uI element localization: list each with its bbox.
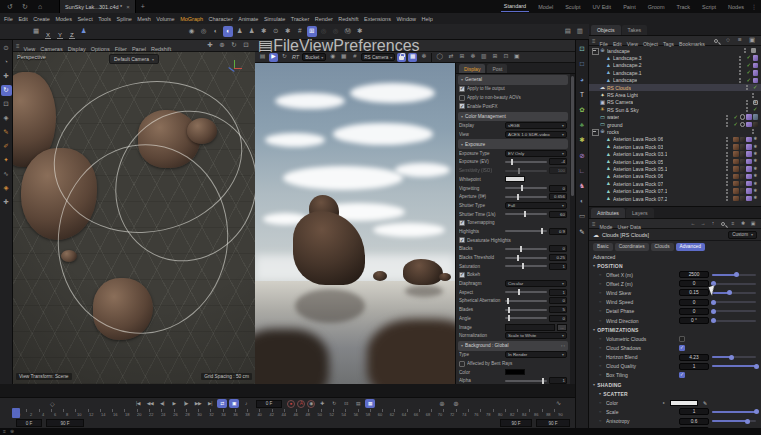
sim-tag-icon[interactable]: ✱ bbox=[753, 196, 759, 202]
phong-tag[interactable] bbox=[746, 181, 752, 187]
enabled-check-icon[interactable]: ✓ bbox=[753, 85, 759, 91]
smoothing-tag[interactable] bbox=[740, 114, 746, 120]
axis-center-tool[interactable]: ✚ bbox=[1, 197, 12, 208]
checkbox-volumetric-clouds[interactable] bbox=[679, 336, 685, 342]
timeline-playhead[interactable] bbox=[12, 408, 20, 418]
object-row-asterion-lava-rock-05[interactable]: ▲Asterion Lava Rock 05✱ bbox=[589, 158, 761, 165]
rigid-body-icon[interactable]: ♟ bbox=[235, 26, 245, 37]
layout-tab-sculpt[interactable]: Sculpt bbox=[562, 2, 583, 12]
goto-prev-key-button[interactable]: ◀◀ bbox=[145, 399, 155, 408]
value-wind-speed[interactable]: 0 bbox=[679, 299, 709, 306]
status-menu-icon[interactable]: ≡ bbox=[3, 429, 6, 434]
vp-pan-icon[interactable]: ✚ bbox=[205, 40, 215, 51]
modeling-axis-icon[interactable]: ♟ bbox=[79, 26, 89, 37]
object-row-asterion-lava-rock-05-1[interactable]: ▲Asterion Lava Rock 05.1✱ bbox=[589, 165, 761, 172]
phong-tag[interactable] bbox=[746, 166, 752, 172]
texture-tag[interactable] bbox=[740, 151, 746, 157]
phong-tag[interactable] bbox=[746, 159, 752, 165]
object-row-landscape[interactable]: ▲Landscape✓ bbox=[589, 77, 761, 84]
om-search-icon[interactable] bbox=[711, 35, 721, 46]
record-rotation-toggle[interactable]: ↻ bbox=[329, 399, 339, 408]
slider-wind-direction[interactable] bbox=[712, 320, 756, 322]
checkbox-bokeh[interactable]: ✓ bbox=[459, 272, 465, 278]
texture-tag[interactable] bbox=[740, 188, 746, 194]
checkbox-tonemapping[interactable]: ✓ bbox=[459, 220, 465, 226]
ap-search-icon[interactable] bbox=[719, 220, 727, 228]
visibility-dots[interactable] bbox=[746, 107, 749, 112]
restart-render-icon[interactable]: ↻ bbox=[280, 53, 289, 62]
vp-orbit-icon[interactable]: ↻ bbox=[229, 40, 239, 51]
magnet-tool[interactable]: ◈ bbox=[1, 183, 12, 194]
settings-tab-post[interactable]: Post bbox=[487, 64, 507, 73]
checkbox-apply-to-file-output[interactable]: ✓ bbox=[459, 86, 465, 92]
phong-tag[interactable] bbox=[746, 174, 752, 180]
value-blades[interactable]: 5 bbox=[549, 306, 567, 313]
freeze-icon[interactable]: ✻ bbox=[419, 53, 428, 62]
menu-select[interactable]: Select bbox=[77, 16, 92, 22]
slider-exposure-ev[interactable] bbox=[505, 161, 547, 163]
range-end-field[interactable]: 90 F bbox=[536, 419, 570, 427]
object-row-asterion-lava-rock-06[interactable]: ▲Asterion Lava Rock 06✱ bbox=[589, 173, 761, 180]
start-ipr-button[interactable]: ▶ bbox=[269, 53, 278, 62]
save-image-icon[interactable]: ⊡ bbox=[501, 53, 510, 62]
dropdown-normalization[interactable]: Scale to White▾ bbox=[505, 332, 567, 339]
record-pla-toggle[interactable]: ▦ bbox=[365, 399, 375, 408]
value-aspect[interactable]: 1 bbox=[549, 289, 567, 296]
dropdown-view[interactable]: ACES 1.0 SDR-video▾ bbox=[505, 131, 567, 138]
viewport-menu-view[interactable]: View bbox=[24, 46, 36, 52]
menu-redshift[interactable]: Redshift bbox=[338, 16, 358, 22]
close-tab-icon[interactable]: × bbox=[126, 4, 130, 10]
texture-tag[interactable] bbox=[753, 114, 759, 120]
object-row-water[interactable]: ▭water✓ bbox=[589, 114, 761, 121]
visibility-dots[interactable] bbox=[726, 181, 729, 186]
dropdown-type[interactable]: In Render▾ bbox=[505, 351, 567, 358]
visibility-dots[interactable] bbox=[726, 196, 729, 201]
value-vignetting[interactable]: 0 bbox=[549, 185, 567, 192]
om-filter-head-icon[interactable]: ○ bbox=[723, 35, 733, 46]
object-row-asterion-lava-rock-07-2[interactable]: ▲Asterion Lava Rock 07.2✱ bbox=[589, 195, 761, 202]
slider-blacks-threshold[interactable] bbox=[505, 257, 547, 259]
value-scale[interactable]: 1 bbox=[679, 408, 709, 415]
layout-tab-standard[interactable]: Standard bbox=[501, 1, 529, 12]
visibility-dots[interactable] bbox=[726, 122, 729, 127]
menu-mesh[interactable]: Mesh bbox=[137, 16, 150, 22]
simulation-scene-icon[interactable]: ◖ bbox=[223, 26, 233, 37]
layout-tab-paint[interactable]: Paint bbox=[620, 2, 639, 12]
keyframe-selection-button[interactable]: ◉ bbox=[307, 400, 315, 408]
modeling-pen-tool[interactable]: ✎ bbox=[1, 127, 12, 138]
new-tab-button[interactable]: + bbox=[141, 3, 145, 10]
protection-tag[interactable]: ▣ bbox=[753, 100, 759, 106]
flower-icon[interactable]: ✿ bbox=[577, 105, 587, 116]
ap-filter-icon[interactable]: ≡ bbox=[729, 220, 737, 228]
freeze-tricks-icon[interactable]: ✻ bbox=[468, 53, 477, 62]
value-blacks[interactable]: 0 bbox=[549, 245, 567, 252]
value-angle[interactable]: 0 bbox=[549, 315, 567, 322]
slider-sensitivity-iso[interactable] bbox=[505, 170, 547, 172]
fcurve-icon[interactable]: ∿ bbox=[556, 399, 561, 406]
group-header-scatter[interactable]: ▾SCATTER bbox=[589, 389, 761, 398]
document-tab[interactable]: SunSky Lak...301.c4d * × bbox=[59, 0, 136, 13]
value-aperture-f[interactable]: 0.656 bbox=[549, 193, 567, 200]
value-wind-direction[interactable]: 0 ° bbox=[679, 317, 709, 324]
visibility-dots[interactable] bbox=[726, 189, 729, 194]
phong-tag[interactable] bbox=[746, 122, 752, 128]
plane-icon[interactable]: ▭ bbox=[577, 211, 587, 222]
phong-tag[interactable] bbox=[753, 55, 759, 61]
group-header-shading[interactable]: ▾SHADING bbox=[589, 380, 761, 389]
object-row-asterion-lava-rock-07-1[interactable]: ▲Asterion Lava Rock 07.1✱ bbox=[589, 187, 761, 194]
value-blacks-threshold[interactable]: 0.25 bbox=[549, 254, 567, 261]
sketch-icon[interactable]: ✎ bbox=[577, 226, 587, 237]
menu-extensions[interactable]: Extensions bbox=[364, 16, 391, 22]
slider-detail-phase[interactable] bbox=[712, 310, 756, 312]
snapshot-icon[interactable]: ▤ bbox=[258, 53, 267, 62]
visibility-dots[interactable] bbox=[739, 63, 742, 68]
texture-tag[interactable] bbox=[733, 166, 739, 172]
value-saturation[interactable]: 1 bbox=[549, 263, 567, 270]
live-selection-tool[interactable]: ⊙ bbox=[1, 43, 12, 54]
menu-render[interactable]: Render bbox=[315, 16, 333, 22]
ap-back-icon[interactable]: ← bbox=[689, 220, 697, 228]
object-row-landscape[interactable]: ⊕landscape bbox=[589, 47, 761, 54]
visibility-dots[interactable] bbox=[739, 56, 742, 61]
timeline-ruler[interactable]: 0246810121416182022242628303234363840424… bbox=[14, 409, 566, 418]
slider-highlights[interactable] bbox=[505, 230, 547, 232]
